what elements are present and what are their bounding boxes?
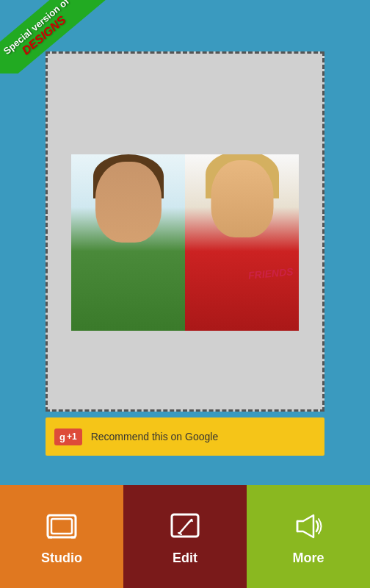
photo-left bbox=[71, 154, 185, 331]
google-g: g bbox=[59, 431, 65, 442]
google-plus-sign: +1 bbox=[67, 431, 77, 442]
google-plus-badge: g +1 bbox=[54, 429, 82, 445]
girl-photo: FRIENDS bbox=[185, 154, 299, 331]
boy-photo bbox=[71, 154, 185, 331]
boy-face bbox=[95, 162, 162, 243]
edit-button[interactable]: Edit bbox=[123, 485, 247, 588]
banner-inner: Special version of DESIGNS bbox=[0, 0, 108, 74]
banner: Special version of DESIGNS bbox=[0, 0, 132, 74]
friends-text: FRIENDS bbox=[247, 265, 294, 281]
more-button[interactable]: More bbox=[247, 485, 370, 588]
studio-icon bbox=[43, 508, 80, 545]
svg-line-7 bbox=[178, 533, 181, 534]
edit-label: Edit bbox=[173, 551, 197, 566]
more-icon bbox=[290, 508, 327, 545]
studio-button[interactable]: Studio bbox=[0, 485, 123, 588]
more-label: More bbox=[292, 551, 324, 566]
svg-rect-1 bbox=[51, 519, 72, 534]
edit-icon bbox=[167, 508, 203, 545]
photo-collage: FRIENDS bbox=[71, 154, 299, 331]
google-recommend-text: Recommend this on Google bbox=[91, 431, 219, 442]
photo-right: FRIENDS bbox=[185, 154, 299, 331]
main-container: Special version of DESIGNS FRIENDS bbox=[0, 0, 370, 588]
bottom-toolbar: Studio Edit bbox=[0, 485, 370, 588]
girl-face bbox=[211, 160, 273, 237]
studio-label: Studio bbox=[41, 551, 82, 566]
photo-frame: FRIENDS bbox=[46, 51, 324, 412]
svg-line-5 bbox=[180, 523, 189, 533]
google-bar[interactable]: g +1 Recommend this on Google bbox=[46, 417, 324, 456]
